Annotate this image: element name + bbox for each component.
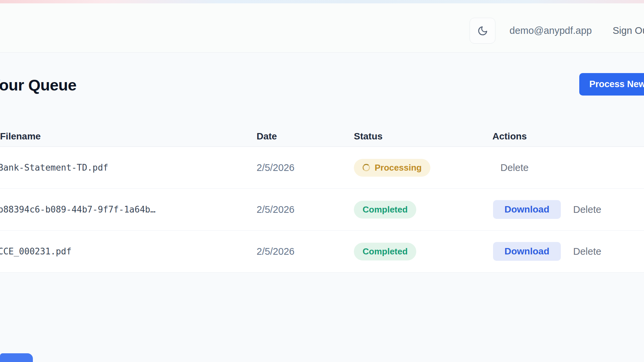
delete-button[interactable]: Delete xyxy=(500,162,529,173)
header-right-group: demo@anypdf.app Sign Out xyxy=(470,18,644,44)
column-header-filename: Filename xyxy=(0,131,257,142)
spinner-icon xyxy=(363,164,370,171)
filename-cell: b88394c6-b089-44b7-9f7f-1a64b… xyxy=(0,204,257,215)
delete-button[interactable]: Delete xyxy=(573,246,601,257)
user-email: demo@anypdf.app xyxy=(509,25,592,36)
delete-button[interactable]: Delete xyxy=(573,204,601,215)
date-cell: 2/5/2026 xyxy=(257,162,354,173)
theme-toggle-button[interactable] xyxy=(470,18,495,44)
status-label: Completed xyxy=(363,204,408,215)
status-badge-completed: Completed xyxy=(354,201,416,219)
table-header-row: Filename Date Status Actions xyxy=(0,126,644,147)
table-row: Bank-Statement-TD.pdf 2/5/2026 Processin… xyxy=(0,147,644,189)
date-cell: 2/5/2026 xyxy=(257,246,354,257)
filename-cell: Bank-Statement-TD.pdf xyxy=(0,163,257,173)
actions-cell: Delete xyxy=(492,162,644,173)
column-header-actions: Actions xyxy=(492,131,644,142)
queue-table: Filename Date Status Actions Bank-Statem… xyxy=(0,126,644,273)
app-header: demo@anypdf.app Sign Out xyxy=(0,3,644,53)
decorative-blue-shape xyxy=(0,353,33,362)
download-button[interactable]: Download xyxy=(493,200,561,219)
column-header-date: Date xyxy=(257,131,354,142)
status-label: Completed xyxy=(363,246,408,257)
moon-icon xyxy=(477,25,488,36)
status-badge-completed: Completed xyxy=(354,243,416,260)
column-header-status: Status xyxy=(354,131,492,142)
process-new-button[interactable]: Process New File xyxy=(579,73,644,96)
sign-out-link[interactable]: Sign Out xyxy=(613,25,644,36)
decorative-gradient-strip xyxy=(0,0,644,3)
actions-cell: Download Delete xyxy=(492,242,644,261)
table-row: b88394c6-b089-44b7-9f7f-1a64b… 2/5/2026 … xyxy=(0,189,644,231)
download-button[interactable]: Download xyxy=(493,242,561,261)
filename-cell: CCE_000231.pdf xyxy=(0,246,257,256)
table-row: CCE_000231.pdf 2/5/2026 Completed Downlo… xyxy=(0,231,644,273)
status-label: Processing xyxy=(375,163,422,173)
date-cell: 2/5/2026 xyxy=(257,204,354,215)
actions-cell: Download Delete xyxy=(492,200,644,219)
page-title: Your Queue xyxy=(0,76,76,94)
status-badge-processing: Processing xyxy=(354,159,430,177)
